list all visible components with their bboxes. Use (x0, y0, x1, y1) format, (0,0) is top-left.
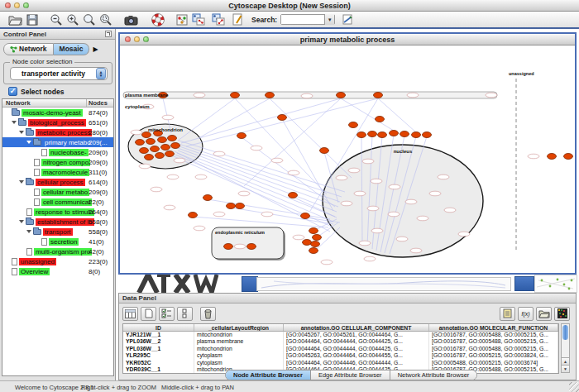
table-row[interactable]: YLR295Ccytoplasm[GO:0045263, GO:0044464,… (123, 352, 558, 359)
expander-icon[interactable] (19, 131, 24, 134)
edit-network-1-icon[interactable] (192, 12, 205, 26)
graph-node[interactable] (168, 136, 177, 141)
background-window-fragment[interactable] (514, 276, 534, 291)
tree-row[interactable]: macromolecule311(0) (2, 167, 113, 177)
graph-annotation-node[interactable] (288, 170, 299, 175)
graph-node[interactable] (171, 143, 180, 149)
graph-node[interactable] (378, 132, 387, 138)
frame-maximize-icon[interactable] (143, 36, 149, 42)
graph-node[interactable] (237, 133, 246, 139)
delete-attribute-icon[interactable] (200, 307, 216, 321)
background-window-fragment[interactable] (242, 276, 258, 292)
graph-annotation-node[interactable] (238, 191, 250, 196)
graph-node[interactable] (231, 93, 240, 98)
graph-annotation-node[interactable] (194, 226, 205, 231)
table-column-header[interactable]: annotation.GO MOLECULAR_FUNCTION (429, 324, 558, 331)
graph-annotation-node[interactable] (486, 93, 497, 98)
background-window-fragment[interactable] (534, 275, 577, 293)
minimize-icon[interactable] (14, 2, 20, 8)
zoom-fit-icon[interactable] (83, 12, 96, 26)
graph-node[interactable] (400, 131, 409, 137)
graph-node[interactable] (423, 132, 432, 138)
graph-node[interactable] (278, 115, 287, 121)
graph-annotation-node[interactable] (410, 248, 422, 253)
new-attribute-icon[interactable] (141, 307, 156, 321)
select-stepper-icon[interactable]: ▲▼ (96, 68, 106, 79)
attribute-table-icon[interactable] (122, 307, 138, 321)
expander-icon[interactable] (26, 230, 31, 233)
zoom-selected-region-icon[interactable] (99, 12, 112, 26)
network-tree-header[interactable]: Network Nodes (2, 99, 113, 108)
graph-annotation-node[interactable] (388, 212, 400, 217)
graph-annotation-node[interactable] (438, 174, 449, 179)
tree-row[interactable]: primary metabo209(... (2, 137, 113, 147)
graph-node[interactable] (227, 203, 236, 209)
graph-annotation-node[interactable] (407, 93, 419, 98)
annotation-icon[interactable] (232, 12, 243, 26)
graph-annotation-node[interactable] (139, 164, 151, 169)
select-nodes-checkbox[interactable]: ✓ (8, 87, 17, 96)
graph-node[interactable] (165, 151, 175, 157)
graph-node[interactable] (151, 146, 160, 152)
table-column-header[interactable]: _cellularLayoutRegion (194, 324, 284, 331)
search-dropdown-icon[interactable]: ▼ (324, 14, 334, 25)
open-file-icon[interactable] (8, 12, 22, 26)
graph-annotation-node[interactable] (396, 237, 408, 241)
graph-annotation-node[interactable] (389, 184, 400, 189)
tree-row[interactable]: unassigned223(0) (2, 256, 113, 266)
function-builder-icon[interactable]: f(x) (518, 307, 534, 321)
table-column-header[interactable]: annotation.GO CELLULAR_COMPONENT (284, 324, 429, 331)
tree-row[interactable]: cellular process614(0) (2, 177, 113, 187)
graph-node[interactable] (145, 155, 154, 160)
tab-overflow-arrow-icon[interactable]: ▶ (93, 45, 98, 53)
attribute-checkbox-icon[interactable] (177, 307, 193, 321)
graph-node[interactable] (140, 148, 149, 154)
graph-annotation-node[interactable] (167, 174, 179, 179)
vizmapper-icon[interactable] (176, 12, 188, 26)
tab-node-attribute-browser[interactable]: Node Attribute Browser (226, 370, 311, 380)
tree-row[interactable]: cell communicat22(0) (2, 197, 113, 207)
graph-annotation-node[interactable] (251, 146, 262, 151)
tree-row[interactable]: transport558(0) (2, 227, 113, 237)
tab-mosaic[interactable]: Mosaic (54, 43, 90, 55)
graph-annotation-node[interactable] (354, 191, 366, 196)
graph-annotation-node[interactable] (348, 168, 360, 173)
graph-annotation-node[interactable] (321, 260, 333, 265)
graph-node[interactable] (136, 140, 145, 146)
graph-node[interactable] (266, 93, 275, 98)
search-options-icon[interactable] (342, 12, 353, 26)
graph-annotation-node[interactable] (458, 232, 470, 237)
graph-annotation-node[interactable] (174, 158, 185, 163)
graph-annotation-node[interactable] (271, 158, 283, 163)
data-panel-header[interactable]: Data Panel (119, 294, 576, 304)
graph-annotation-node[interactable] (371, 179, 382, 184)
network-canvas[interactable]: plasma membranecytoplasmmitochondrionnuc… (120, 45, 575, 273)
maximize-icon[interactable] (23, 2, 29, 8)
graph-annotation-node[interactable] (341, 201, 352, 206)
graph-node[interactable] (337, 93, 346, 98)
graph-annotation-node[interactable] (336, 175, 347, 180)
graph-annotation-node[interactable] (195, 174, 207, 179)
graph-node[interactable] (289, 193, 298, 198)
graph-annotation-node[interactable] (405, 199, 417, 204)
tree-row[interactable]: cellular metabo209(0) (2, 187, 113, 197)
tree-row[interactable]: secretion41(0) (2, 237, 113, 246)
tab-network[interactable]: Network (3, 43, 54, 55)
graph-node[interactable] (161, 145, 170, 151)
tree-row[interactable]: metabolic process280(0) (2, 127, 113, 137)
matrix-icon[interactable] (554, 307, 570, 321)
graph-node[interactable] (311, 241, 320, 247)
window-titlebar[interactable]: Cytoscape Desktop (New Session) (0, 0, 579, 12)
graph-annotation-node[interactable] (213, 151, 225, 156)
table-row[interactable]: YPL036W__2plasma membrane[GO:0044464, GO… (123, 338, 558, 345)
graph-edge[interactable] (178, 151, 337, 212)
graph-node[interactable] (390, 131, 399, 136)
import-table-icon[interactable] (536, 307, 552, 321)
attr-table-header[interactable]: ID_cellularLayoutRegionannotation.GO CEL… (123, 324, 558, 332)
tree-row[interactable]: nucleobase-209(0) (2, 147, 113, 157)
graph-annotation-node[interactable] (364, 256, 376, 261)
graph-annotation-node[interactable] (164, 205, 175, 210)
close-icon[interactable] (5, 2, 11, 8)
graph-annotation-node[interactable] (444, 208, 456, 213)
graph-annotation-node[interactable] (359, 241, 371, 246)
